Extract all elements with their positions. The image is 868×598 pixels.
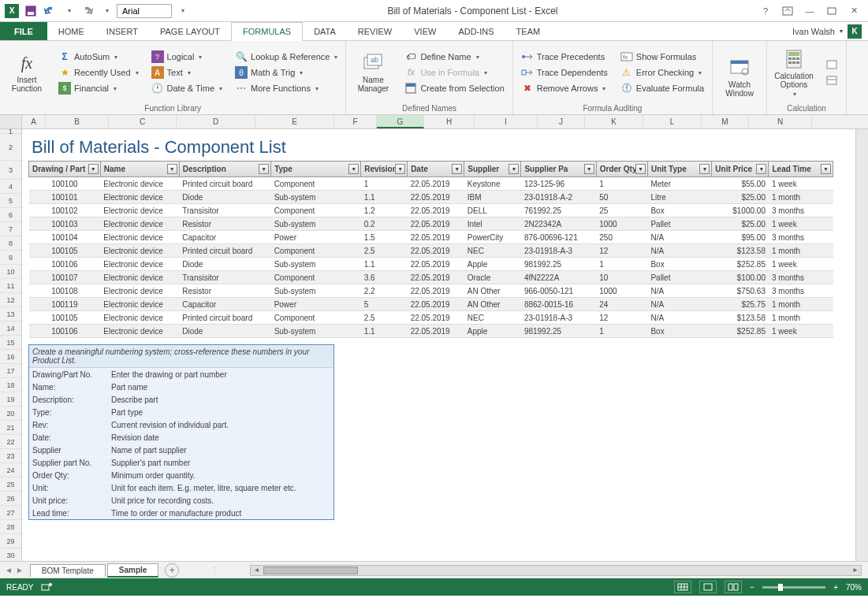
tab-team[interactable]: TEAM [505,22,552,40]
tab-page-layout[interactable]: PAGE LAYOUT [149,22,231,40]
row-header[interactable]: 20 [0,407,21,421]
tab-view[interactable]: VIEW [403,22,447,40]
date-time-button[interactable]: 🕐Date & Time [148,81,226,95]
table-cell[interactable]: 22.05.2019 [408,284,464,298]
page-break-view-button[interactable] [725,581,742,593]
evaluate-formula-button[interactable]: ⓕEvaluate Formula [617,81,707,95]
scroll-right-arrow[interactable]: ► [850,566,861,574]
zoom-in-button[interactable]: + [833,583,838,592]
table-cell[interactable]: Sub-system [271,191,361,204]
use-in-formula-button[interactable]: fxUse in Formula [401,65,507,80]
row-header[interactable]: 14 [0,321,21,336]
table-cell[interactable]: Capacitor [179,298,270,311]
row-header[interactable]: 6 [0,208,21,222]
table-cell[interactable]: 1 month [769,311,833,325]
table-cell[interactable]: 100106 [29,325,101,338]
table-cell[interactable]: $252.85 [712,325,769,338]
table-cell[interactable]: 1 [596,258,647,271]
table-cell[interactable]: 1 week [769,258,833,271]
table-cell[interactable]: 981992.25 [521,258,596,271]
column-header-H[interactable]: H [424,115,475,128]
table-cell[interactable]: 25 [596,204,647,217]
redo-dropdown[interactable] [98,2,115,20]
row-header[interactable]: 24 [0,463,21,477]
tab-data[interactable]: DATA [303,22,347,40]
table-cell[interactable]: 22.05.2019 [408,204,464,217]
table-row[interactable]: 100102Electronic deviceTransisitorCompon… [29,204,833,217]
scroll-thumb[interactable] [263,566,358,574]
table-cell[interactable]: 22.05.2019 [408,271,464,284]
filter-button[interactable]: ▼ [348,164,359,174]
table-cell[interactable]: 1 month [769,244,833,258]
table-cell[interactable]: 1.1 [361,191,408,204]
table-cell[interactable]: 100100 [29,177,101,191]
table-cell[interactable]: 100102 [29,204,101,217]
table-cell[interactable]: N/A [647,244,711,258]
table-row[interactable]: 100104Electronic deviceCapacitorPower1.5… [29,231,833,244]
table-cell[interactable]: 1 [361,177,408,191]
more-functions-button[interactable]: ⋯More Functions [232,81,341,95]
table-cell[interactable]: Box [647,258,711,271]
filter-button[interactable]: ▼ [167,164,177,174]
tab-review[interactable]: REVIEW [347,22,403,40]
table-cell[interactable]: Electronic device [100,217,179,231]
row-header[interactable]: 15 [0,336,21,350]
add-sheet-button[interactable]: + [165,563,179,578]
table-row[interactable]: 100119Electronic deviceCapacitorPower522… [29,298,833,311]
tab-insert[interactable]: INSERT [95,22,149,40]
column-header-L[interactable]: L [643,115,702,128]
ribbon-display-button[interactable] [780,3,795,19]
table-cell[interactable]: 22.05.2019 [408,244,464,258]
zoom-level[interactable]: 70% [846,583,862,592]
row-header[interactable]: 13 [0,307,21,321]
table-cell[interactable]: 50 [596,191,647,204]
insert-function-button[interactable]: fx Insert Function [5,43,49,102]
name-manager-button[interactable]: ab Name Manager [351,43,395,102]
row-header[interactable]: 10 [0,265,21,279]
table-cell[interactable]: N/A [647,311,711,325]
table-cell[interactable]: 22.05.2019 [408,177,464,191]
table-cell[interactable]: 100108 [29,284,101,298]
table-cell[interactable]: 22.05.2019 [408,298,464,311]
row-header[interactable]: 25 [0,477,21,492]
table-cell[interactable]: Electronic device [100,258,179,271]
filter-button[interactable]: ▼ [88,164,99,174]
table-cell[interactable]: Box [647,204,711,217]
redo-button[interactable] [79,2,96,20]
table-cell[interactable]: 1 [596,177,647,191]
row-header[interactable]: 4 [0,180,21,194]
table-row[interactable]: 100107Electronic deviceTransisitorCompon… [29,271,833,284]
column-header-C[interactable]: C [109,115,177,128]
table-cell[interactable]: 3 months [769,284,833,298]
table-cell[interactable]: 1.1 [361,258,408,271]
table-cell[interactable]: Component [271,311,361,325]
sheet-tab-bom-template[interactable]: BOM Template [30,564,106,577]
table-cell[interactable]: Apple [464,325,521,338]
table-cell[interactable]: 100107 [29,271,101,284]
logical-button[interactable]: ?Logical [148,50,226,64]
table-cell[interactable]: 1000 [596,217,647,231]
tab-file[interactable]: FILE [0,22,47,40]
table-cell[interactable]: 12 [596,311,647,325]
row-header[interactable]: 17 [0,364,21,378]
table-cell[interactable]: Sub-system [271,258,361,271]
row-header[interactable]: 28 [0,520,21,534]
column-header-F[interactable]: F [334,115,377,128]
row-header[interactable]: 29 [0,534,21,548]
table-cell[interactable]: 1 week [769,217,833,231]
table-cell[interactable]: N/A [647,298,711,311]
table-cell[interactable]: 3.6 [361,271,408,284]
table-cell[interactable]: Diode [179,258,270,271]
table-row[interactable]: 100103Electronic deviceResistorSub-syste… [29,217,833,231]
sheet-nav-prev[interactable]: ◄ [5,566,13,574]
row-header[interactable]: 18 [0,378,21,392]
zoom-slider[interactable] [762,586,825,589]
row-header[interactable]: 23 [0,449,21,463]
macro-record-icon[interactable] [41,582,52,592]
normal-view-button[interactable] [674,581,691,593]
table-cell[interactable]: 100105 [29,311,101,325]
table-cell[interactable]: 1.1 [361,325,408,338]
column-header-N[interactable]: N [749,115,812,128]
table-cell[interactable]: 1 month [769,298,833,311]
financial-button[interactable]: $Financial [55,81,142,95]
